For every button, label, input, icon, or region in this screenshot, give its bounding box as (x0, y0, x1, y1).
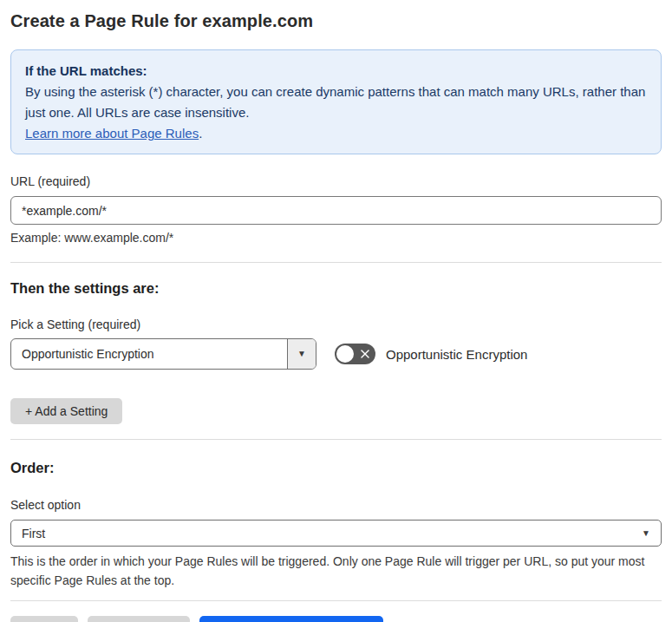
info-banner-body: By using the asterisk (*) character, you… (25, 82, 647, 123)
toggle-knob (336, 345, 354, 363)
info-banner-heading: If the URL matches: (25, 61, 647, 82)
divider (10, 600, 662, 601)
url-match-info-banner: If the URL matches: By using the asteris… (10, 49, 662, 154)
save-as-draft-button[interactable]: Save as Draft (88, 616, 191, 622)
chevron-down-icon: ▼ (642, 529, 650, 538)
url-field-label: URL (required) (10, 173, 662, 190)
learn-more-link[interactable]: Learn more about Page Rules (25, 126, 199, 141)
page-rule-form: Create a Page Rule for example.com If th… (0, 10, 672, 622)
cancel-button[interactable]: Cancel (10, 616, 78, 622)
toggle-off-x-icon (360, 349, 370, 359)
setting-dropdown-value: Opportunistic Encryption (11, 339, 287, 369)
order-select-label: Select option (10, 496, 662, 514)
toggle-setting-label: Opportunistic Encryption (386, 347, 527, 362)
link-period: . (199, 126, 202, 141)
page-title: Create a Page Rule for example.com (10, 10, 662, 31)
url-input[interactable] (10, 196, 662, 225)
order-section-heading: Order: (10, 458, 662, 477)
settings-section-heading: Then the settings are: (10, 278, 662, 298)
url-example-hint: Example: www.example.com/* (10, 231, 662, 245)
setting-dropdown[interactable]: Opportunistic Encryption ▼ (10, 338, 316, 370)
pick-setting-label: Pick a Setting (required) (10, 316, 662, 333)
footer-actions: Cancel Save as Draft Save and Deploy Pag… (10, 616, 662, 622)
order-select[interactable]: First ▼ (10, 520, 662, 547)
info-banner-link-line: Learn more about Page Rules. (25, 123, 647, 144)
order-help-text: This is the order in which your Page Rul… (10, 552, 656, 590)
save-and-deploy-button[interactable]: Save and Deploy Page Rule (199, 616, 383, 622)
chevron-down-icon: ▼ (297, 350, 306, 358)
add-setting-button[interactable]: + Add a Setting (10, 398, 122, 424)
setting-row: Opportunistic Encryption ▼ Opportunistic… (10, 338, 662, 370)
order-select-value: First (22, 527, 642, 540)
divider (10, 439, 662, 440)
setting-dropdown-button[interactable]: ▼ (287, 339, 316, 369)
divider (10, 262, 662, 263)
opportunistic-encryption-toggle[interactable] (335, 344, 375, 364)
